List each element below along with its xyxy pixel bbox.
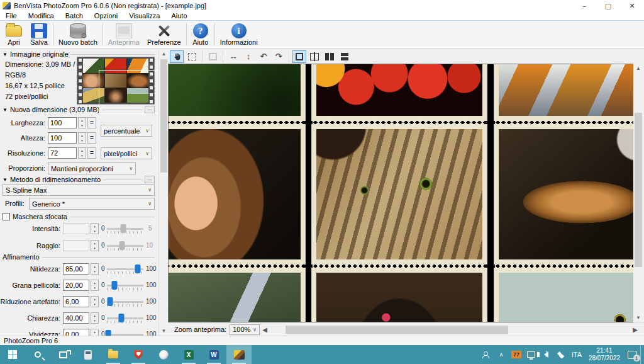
clarity-slider-thumb[interactable] [119, 314, 125, 322]
clarity-input[interactable] [63, 312, 89, 324]
intensity-slider[interactable] [107, 228, 143, 230]
artifact-reduction-input[interactable] [63, 296, 89, 307]
thumbnail-filmstrip[interactable] [77, 57, 155, 105]
action-center-button[interactable]: 1 [625, 345, 639, 364]
flip-horizontal-button[interactable]: ↔ [226, 50, 240, 63]
scroll-right-icon[interactable]: ▶ [630, 326, 640, 333]
cpu-temp-tray-button[interactable]: 77 [509, 345, 523, 364]
scroll-left-icon[interactable]: ◀ [260, 326, 270, 333]
size-unit-dropdown[interactable]: percentuale ∨ [101, 125, 152, 137]
menu-file[interactable]: File [0, 11, 23, 21]
refinement-section-header[interactable]: Affinamento [3, 253, 155, 261]
sharpness-input[interactable] [63, 263, 89, 275]
resolution-spinner[interactable]: ▴▾ [78, 147, 86, 159]
task-view-button[interactable] [50, 345, 75, 364]
calculator-taskbar-button[interactable] [75, 345, 101, 364]
taskbar-clock[interactable]: 21:41 28/07/2022 [585, 347, 624, 362]
vividness-input[interactable] [63, 329, 89, 336]
view-split-button[interactable] [308, 50, 321, 63]
intensity-spinner[interactable]: ▴▾ [91, 223, 99, 234]
canvas-vertical-scrollbar[interactable]: ▲ ▼ [633, 64, 643, 322]
height-reset-button[interactable]: = [87, 132, 96, 144]
dropbox-tray-button[interactable] [555, 345, 569, 364]
paint3d-taskbar-button[interactable] [151, 345, 176, 364]
zoom-level-dropdown[interactable]: 100% ∨ [230, 324, 260, 335]
resolution-unit-dropdown[interactable]: pixel/pollici ∨ [101, 147, 152, 159]
rotate-ccw-button[interactable]: ↶ [257, 50, 270, 63]
sharpness-slider[interactable] [107, 268, 143, 270]
sharpness-spinner[interactable]: ▴▾ [91, 263, 99, 275]
canvas-vscroll-thumb[interactable] [635, 113, 642, 267]
clarity-slider[interactable] [107, 317, 143, 319]
marquee-tool-button[interactable] [185, 50, 199, 63]
show-desktop-button[interactable] [640, 345, 643, 364]
artifact-reduction-slider-thumb[interactable] [107, 297, 113, 306]
preview-canvas[interactable] [168, 64, 633, 322]
artifact-reduction-spinner[interactable]: ▴▾ [91, 296, 99, 307]
volume-tray-button[interactable] [540, 345, 553, 364]
height-spinner[interactable]: ▴▾ [78, 132, 86, 144]
panel-scrollbar[interactable]: ▲ ▼ [158, 49, 168, 336]
vividness-slider-thumb[interactable] [106, 330, 111, 336]
canvas-hscroll-thumb[interactable] [286, 326, 508, 334]
unsharp-mask-checkbox[interactable] [3, 213, 10, 220]
rotate-cw-button[interactable]: ↷ [272, 50, 286, 63]
hidden-icons-button[interactable]: ∧ [494, 345, 508, 364]
view-dual-vertical-button[interactable] [323, 50, 336, 63]
scroll-up-icon[interactable]: ▲ [159, 49, 169, 59]
view-region-rect[interactable] [99, 70, 158, 114]
people-tray-button[interactable] [479, 345, 493, 364]
vividness-spinner[interactable]: ▴▾ [91, 329, 99, 336]
resize-method-options-button[interactable]: ... [145, 176, 155, 183]
menu-opzioni[interactable]: Opzioni [89, 11, 123, 21]
info-button[interactable]: i Informazioni [216, 22, 262, 47]
film-grain-slider[interactable] [107, 285, 143, 287]
resize-method-dropdown[interactable]: S-Spline Max ∨ [3, 184, 155, 196]
width-input[interactable] [48, 117, 77, 128]
save-button[interactable]: Salva [26, 22, 52, 47]
width-spinner[interactable]: ▴▾ [78, 117, 86, 128]
scroll-down-icon[interactable]: ▼ [633, 313, 643, 322]
view-dual-horizontal-button[interactable] [338, 50, 352, 63]
canvas-horizontal-scrollbar[interactable] [284, 325, 626, 334]
excel-taskbar-button[interactable]: X [176, 345, 201, 364]
sharpness-slider-thumb[interactable] [135, 264, 141, 273]
close-button[interactable]: ✕ [620, 0, 644, 11]
height-input[interactable] [48, 132, 77, 144]
resize-method-section-header[interactable]: ▼ Metodo di ridimensionamento ... [3, 176, 155, 183]
open-button[interactable]: Apri [1, 22, 26, 47]
maximize-button[interactable]: ▢ [596, 0, 620, 11]
hand-tool-button[interactable] [170, 50, 184, 63]
menu-aiuto[interactable]: Aiuto [165, 11, 192, 21]
scroll-up-icon[interactable]: ▲ [633, 64, 643, 73]
new-batch-button[interactable]: Nuovo batch [55, 22, 101, 47]
profile-dropdown[interactable]: Generico * ∨ [29, 198, 155, 210]
panel-scroll-thumb[interactable] [160, 59, 167, 173]
artifact-reduction-slider[interactable] [107, 301, 143, 303]
brave-taskbar-button[interactable] [126, 345, 151, 364]
film-grain-slider-thumb[interactable] [111, 281, 117, 290]
preferences-button[interactable]: Preferenze [143, 22, 185, 47]
taskbar-search-button[interactable] [25, 345, 50, 364]
unsharp-mask-header[interactable]: Maschera sfocata [3, 213, 155, 220]
language-indicator[interactable]: ITA [570, 345, 584, 364]
view-single-button[interactable] [292, 50, 306, 63]
resolution-reset-button[interactable]: = [87, 147, 96, 159]
preview-button[interactable]: Anteprima [104, 22, 143, 47]
film-grain-spinner[interactable]: ▴▾ [91, 280, 99, 291]
intensity-input[interactable] [63, 223, 89, 234]
intensity-slider-thumb[interactable] [121, 224, 126, 233]
radius-slider-thumb[interactable] [119, 241, 125, 250]
clarity-spinner[interactable]: ▴▾ [91, 312, 99, 324]
menu-visualizza[interactable]: Visualizza [123, 11, 165, 21]
photozoom-taskbar-button[interactable] [226, 345, 252, 364]
radius-slider[interactable] [107, 245, 143, 247]
resolution-input[interactable] [48, 147, 77, 159]
word-taskbar-button[interactable]: W [201, 345, 226, 364]
width-reset-button[interactable]: = [87, 117, 96, 128]
proportions-dropdown[interactable]: Mantieni proporzioni ∨ [48, 162, 136, 174]
scroll-down-icon[interactable]: ▼ [159, 326, 169, 336]
crop-tool-button[interactable] [206, 50, 219, 63]
menu-batch[interactable]: Batch [60, 11, 89, 21]
flip-vertical-button[interactable]: ↕ [242, 50, 255, 63]
